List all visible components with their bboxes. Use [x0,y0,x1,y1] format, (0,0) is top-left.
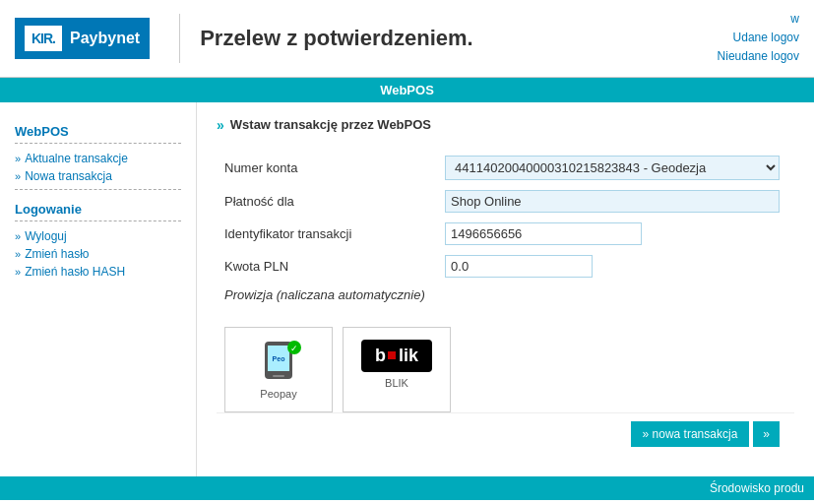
footer-copyright: © Krajowa Izba Rozliczeniowa S.A. [0,500,814,504]
sidebar-item-zmien-haslo-hash[interactable]: » Zmień hasło HASH [15,263,181,281]
svg-text:✓: ✓ [290,344,298,353]
payment-buttons: Peo ✓ Peopay b lik BLIK [224,327,794,412]
sidebar-item-nowa[interactable]: » Nowa transakcja [15,167,181,185]
sidebar-divider-3 [15,220,181,221]
prowizja-text: Prowizja (naliczana automatycznie) [224,287,425,302]
blik-dot [388,351,396,359]
input-identyfikator[interactable] [445,222,642,245]
nav-bar: WebPOS [0,78,814,102]
form-row-prowizja: Prowizja (naliczana automatycznie) [217,283,794,307]
content-area: » Wstaw transakcję przez WebPOS Numer ko… [197,102,814,476]
sidebar-label-aktualne: Aktualne transakcje [25,152,128,165]
arrow-button[interactable]: » [753,421,780,447]
paybynet-label: Paybynet [70,30,140,47]
form-row-platnosc: Płatność dla [217,185,794,218]
bullet-1: » [15,153,21,164]
peopay-label: Peopay [260,388,296,400]
input-kwota[interactable] [445,255,593,278]
label-prowizja: Prowizja (naliczana automatycznie) [217,283,437,307]
prowizja-value-cell [437,283,794,307]
sidebar-section-webpos: WebPOS [15,124,181,139]
sidebar: WebPOS » Aktualne transakcje » Nowa tran… [0,102,197,476]
svg-rect-2 [273,375,284,377]
header: KIR. Paybynet Przelew z potwierdzeniem. … [0,0,814,78]
sidebar-item-aktualne[interactable]: » Aktualne transakcje [15,150,181,167]
sidebar-label-zmien-haslo-hash: Zmień hasło HASH [25,265,125,279]
input-platnosc [445,190,780,213]
blik-logo: b lik [361,340,432,372]
form-row-identyfikator: Identyfikator transakcji [217,218,794,250]
bullet-2: » [15,170,21,182]
fail-log-link[interactable]: Nieudane logov [718,47,799,66]
header-links: w Udane logov Nieudane logov [718,10,799,67]
input-cell-kwota [437,250,794,283]
blik-button[interactable]: b lik BLIK [343,327,451,412]
label-platnosc: Płatność dla [217,185,437,218]
sidebar-section-logowanie: Logowanie [15,202,181,217]
label-identyfikator: Identyfikator transakcji [217,218,437,250]
peopay-button[interactable]: Peo ✓ Peopay [224,327,333,412]
env-label: Środowisko produ [710,481,804,495]
success-log-link[interactable]: Udane logov [718,29,799,47]
breadcrumb-arrow: » [217,117,224,133]
sidebar-label-nowa: Nowa transakcja [25,169,112,183]
bullet-3: » [15,230,21,242]
blik-ik-text: lik [399,346,418,366]
svg-text:Peo: Peo [273,355,285,362]
sidebar-item-zmien-haslo[interactable]: » Zmień hasło [15,245,181,263]
new-transaction-button[interactable]: » nowa transakcja [631,421,750,447]
main-layout: WebPOS » Aktualne transakcje » Nowa tran… [0,102,814,476]
label-kwota: Kwota PLN [217,250,437,283]
input-cell-numer-konta: 44114020040000310215823843 - Geodezja [437,151,794,185]
kir-logo: KIR. [25,26,62,51]
sidebar-divider-2 [15,189,181,190]
input-cell-identyfikator [437,218,794,250]
sidebar-label-zmien-haslo: Zmień hasło [25,247,89,261]
action-bar: » nowa transakcja » [217,412,794,455]
sidebar-divider-1 [15,143,181,144]
form-row-kwota: Kwota PLN [217,250,794,283]
nav-bar-label: WebPOS [380,83,434,97]
logo-box: KIR. Paybynet [15,18,150,59]
peopay-icon: Peo ✓ [249,340,308,383]
sidebar-label-wyloguj: Wyloguj [25,229,67,243]
breadcrumb: » Wstaw transakcję przez WebPOS [217,117,794,133]
input-cell-platnosc [437,185,794,218]
label-numer-konta: Numer konta [217,151,437,185]
select-numer-konta[interactable]: 44114020040000310215823843 - Geodezja [445,156,780,180]
sidebar-item-wyloguj[interactable]: » Wyloguj [15,227,181,245]
form-row-numer-konta: Numer konta 44114020040000310215823843 -… [217,151,794,185]
breadcrumb-label: Wstaw transakcję przez WebPOS [230,117,431,132]
page-title: Przelew z potwierdzeniem. [200,26,717,51]
bullet-5: » [15,266,21,278]
bullet-4: » [15,248,21,260]
header-divider [179,14,180,63]
header-placeholder: w [790,12,799,26]
footer-bar: Środowisko produ [0,476,814,500]
blik-icon-text: b [375,346,385,366]
blik-label: BLIK [385,377,408,389]
transaction-form: Numer konta 44114020040000310215823843 -… [217,151,794,307]
